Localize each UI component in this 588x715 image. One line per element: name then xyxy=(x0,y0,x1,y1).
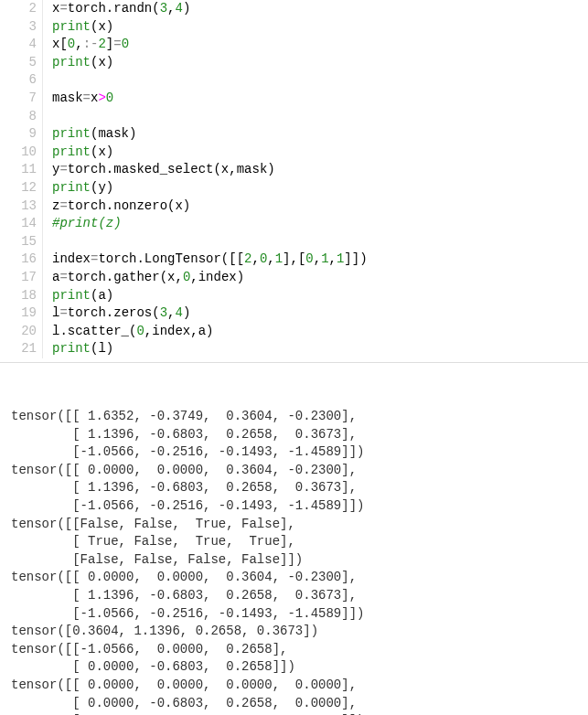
code-line: print(x) xyxy=(52,54,588,72)
code-token: torch. xyxy=(68,270,113,284)
output-line: [ True, False, True, True], xyxy=(11,533,584,551)
line-number: 3 xyxy=(0,18,37,37)
code-token: torch. xyxy=(68,198,113,213)
code-token: torch. xyxy=(68,1,113,16)
line-number: 10 xyxy=(0,144,37,162)
output-line: [False, False, False, False]]) xyxy=(11,551,584,570)
code-token: (x) xyxy=(167,198,190,213)
code-token: 4 xyxy=(175,1,182,16)
line-number: 20 xyxy=(0,323,37,341)
code-line: index=torch.LongTensor([[2,0,1],[0,1,1]]… xyxy=(52,251,588,269)
code-token: zeros xyxy=(113,305,152,320)
code-token: ,index) xyxy=(190,270,244,284)
code-token: print xyxy=(52,19,91,34)
output-line: tensor([[-1.0566, 0.0000, 0.2658], xyxy=(11,641,584,659)
line-number: 17 xyxy=(0,269,37,287)
code-token: , xyxy=(314,251,321,266)
code-token: ]]) xyxy=(344,251,367,266)
code-token: , xyxy=(267,251,274,266)
line-number: 13 xyxy=(0,197,37,216)
code-token: print xyxy=(52,180,91,195)
code-token: mask xyxy=(52,91,83,105)
code-token: randn xyxy=(113,1,152,16)
code-token: gather xyxy=(113,270,159,284)
code-token: (l) xyxy=(91,341,113,356)
code-lines: x=torch.randn(3,4)print(x)x[0,:-2]=0prin… xyxy=(43,0,588,358)
output-line: [ 0.0000, -0.6803, 0.2658]]) xyxy=(11,658,584,677)
output-line: [-1.0566, -0.2516, -0.1493, -1.4589]]) xyxy=(11,497,584,516)
code-token: = xyxy=(59,270,67,284)
code-token: torch. xyxy=(68,305,113,320)
line-number: 7 xyxy=(0,90,37,108)
code-line: y=torch.masked_select(x,mask) xyxy=(52,161,588,179)
code-token: ( xyxy=(152,305,159,320)
line-number: 6 xyxy=(0,71,37,90)
code-token: 1 xyxy=(275,251,283,266)
code-line: print(y) xyxy=(52,179,588,197)
code-token: (x) xyxy=(91,19,113,34)
code-token: scatter_ xyxy=(68,324,129,338)
code-line: z=torch.nonzero(x) xyxy=(52,197,588,216)
output-console: tensor([[ 1.6352, -0.3749, 0.3604, -0.23… xyxy=(0,363,588,715)
code-line: l=torch.zeros(3,4) xyxy=(52,304,588,323)
code-token: 0 xyxy=(106,91,113,105)
code-token: index xyxy=(52,251,91,266)
code-line: print(l) xyxy=(52,340,588,358)
code-token: print xyxy=(52,288,91,303)
code-token: print xyxy=(52,126,91,141)
code-token: nonzero xyxy=(113,198,167,213)
code-token: = xyxy=(59,162,67,176)
code-token: print xyxy=(52,144,91,159)
code-token: 0 xyxy=(68,37,75,51)
output-line: [ 1.1396, -0.6803, 0.2658, 0.3673], xyxy=(11,587,584,605)
code-token: 1 xyxy=(321,251,328,266)
code-token: 0 xyxy=(305,251,313,266)
output-line: [ 0.0000, -0.6803, 0.2658, 0.0000], xyxy=(11,695,584,713)
code-line: a=torch.gather(x,0,index) xyxy=(52,269,588,287)
code-token: 4 xyxy=(175,305,182,320)
output-line: tensor([[ 1.6352, -0.3749, 0.3604, -0.23… xyxy=(11,408,584,426)
line-number: 14 xyxy=(0,215,37,233)
line-number: 11 xyxy=(0,161,37,179)
code-token: ) xyxy=(183,305,190,320)
output-line: tensor([0.3604, 1.1396, 0.2658, 0.3673]) xyxy=(11,623,584,641)
code-token: #print(z) xyxy=(52,216,122,230)
line-number: 8 xyxy=(0,108,37,126)
code-token: print xyxy=(52,55,91,69)
code-token: x[ xyxy=(52,37,68,51)
output-line: [ 1.1396, -0.6803, 0.2658, 0.3673], xyxy=(11,479,584,497)
code-token: , xyxy=(329,251,337,266)
code-line: print(x) xyxy=(52,144,588,162)
code-line xyxy=(52,108,588,126)
code-line: #print(z) xyxy=(52,215,588,233)
output-line: tensor([[False, False, True, False], xyxy=(11,516,584,534)
code-token: (x, xyxy=(160,270,183,284)
code-token: , xyxy=(75,37,82,51)
line-number: 5 xyxy=(0,54,37,72)
code-line: print(x) xyxy=(52,18,588,37)
code-token: (mask) xyxy=(91,126,136,141)
code-token: = xyxy=(59,1,67,16)
code-line: print(a) xyxy=(52,287,588,305)
code-token: = xyxy=(59,198,67,213)
code-token: (y) xyxy=(91,180,113,195)
code-token: (x) xyxy=(91,144,113,159)
code-token: 0 xyxy=(136,324,144,338)
code-token: ) xyxy=(183,1,190,16)
code-token: print xyxy=(52,341,91,356)
line-number: 2 xyxy=(0,0,37,18)
code-token: ([[ xyxy=(221,251,244,266)
code-line: x=torch.randn(3,4) xyxy=(52,0,588,18)
code-line xyxy=(52,71,588,90)
code-line xyxy=(52,233,588,251)
code-token: ] xyxy=(106,37,113,51)
line-number: 12 xyxy=(0,179,37,197)
line-number: 9 xyxy=(0,125,37,144)
code-token: = xyxy=(83,91,91,105)
code-token: l. xyxy=(52,324,68,338)
code-token: masked_select xyxy=(113,162,213,176)
line-number: 19 xyxy=(0,304,37,323)
code-token: torch. xyxy=(98,251,144,266)
line-number: 18 xyxy=(0,287,37,305)
code-token: mask) xyxy=(237,162,275,176)
